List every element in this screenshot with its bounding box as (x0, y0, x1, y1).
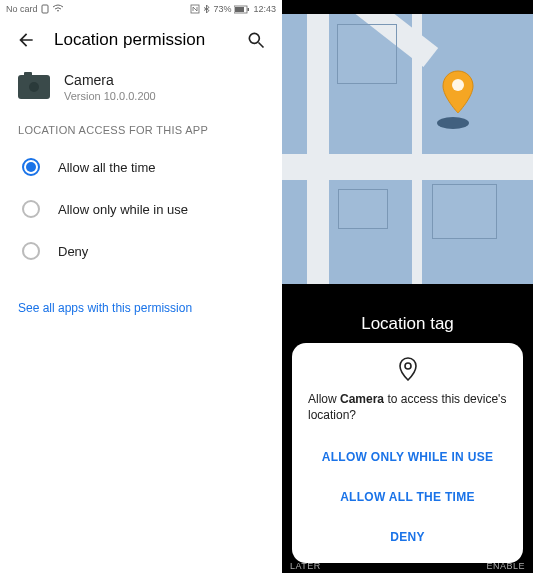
radio-label: Allow only while in use (58, 202, 188, 217)
radio-indicator (22, 200, 40, 218)
feature-title: Location tag (300, 314, 515, 334)
svg-rect-4 (248, 8, 250, 11)
svg-point-6 (452, 79, 464, 91)
app-info-row: Camera Version 10.0.0.200 (0, 62, 282, 116)
permission-dialog: Allow Camera to access this device's loc… (292, 343, 523, 563)
camera-app-icon (18, 75, 50, 99)
dialog-allow-all-time[interactable]: ALLOW ALL THE TIME (308, 477, 507, 517)
back-button[interactable] (14, 28, 38, 52)
map-illustration (282, 14, 533, 284)
svg-point-5 (249, 33, 259, 43)
bluetooth-icon (203, 4, 210, 14)
svg-rect-0 (42, 5, 48, 13)
dialog-deny[interactable]: DENY (308, 517, 507, 557)
svg-rect-3 (235, 7, 244, 12)
back-arrow-icon (16, 30, 36, 50)
battery-icon (234, 5, 250, 14)
see-all-apps-link[interactable]: See all apps with this permission (18, 301, 192, 315)
app-name: Camera (64, 72, 156, 88)
radio-label: Deny (58, 244, 88, 259)
radio-allow-while-in-use[interactable]: Allow only while in use (0, 188, 282, 230)
dialog-allow-while-in-use[interactable]: ALLOW ONLY WHILE IN USE (308, 437, 507, 477)
settings-panel: No card 73% 12:43 Location permission Ca… (0, 0, 282, 573)
page-title: Location permission (54, 30, 228, 50)
search-button[interactable] (244, 28, 268, 52)
dialog-message: Allow Camera to access this device's loc… (308, 391, 507, 423)
radio-label: Allow all the time (58, 160, 156, 175)
search-icon (246, 30, 266, 50)
status-bar: No card 73% 12:43 (0, 0, 282, 18)
status-time: 12:43 (253, 4, 276, 14)
wifi-icon (52, 4, 64, 14)
app-version: Version 10.0.0.200 (64, 90, 156, 102)
map-pin-icon (437, 69, 469, 129)
status-sim: No card (6, 4, 38, 14)
radio-indicator (22, 158, 40, 176)
location-pin-icon (308, 357, 507, 381)
nfc-icon (190, 4, 200, 14)
onboarding-panel: Location tag Enable location services to… (282, 0, 533, 573)
doc-icon (41, 4, 49, 14)
section-title: LOCATION ACCESS FOR THIS APP (0, 116, 282, 146)
radio-indicator (22, 242, 40, 260)
svg-point-7 (405, 363, 411, 369)
radio-deny[interactable]: Deny (0, 230, 282, 272)
radio-allow-all-time[interactable]: Allow all the time (0, 146, 282, 188)
header: Location permission (0, 18, 282, 62)
status-battery-pct: 73% (213, 4, 231, 14)
